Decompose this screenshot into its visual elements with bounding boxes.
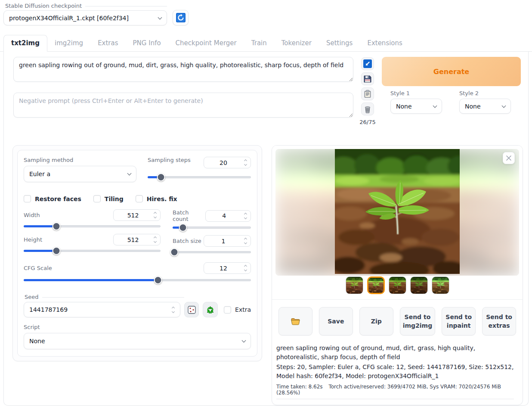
- arrow-down-left-icon: [363, 59, 372, 68]
- sampling-steps-slider[interactable]: [148, 173, 251, 181]
- tab-train[interactable]: Train: [244, 35, 274, 51]
- cfg-scale-slider[interactable]: [24, 276, 251, 284]
- chevron-down-icon: [158, 15, 162, 19]
- style1-dropdown[interactable]: None: [390, 99, 442, 114]
- height-slider[interactable]: [24, 246, 161, 255]
- checkbox-box[interactable]: [24, 195, 31, 202]
- save-style-button[interactable]: [361, 72, 374, 85]
- checkbox-box[interactable]: [93, 195, 101, 202]
- slider-handle[interactable]: [53, 222, 61, 230]
- checkpoint-dropdown[interactable]: protogenX34OfficialR_1.ckpt [60fe2f34]: [3, 10, 167, 25]
- batch-count-label: Batch count: [173, 209, 205, 222]
- send-to-extras-button[interactable]: Send to extras: [482, 307, 516, 335]
- tab-settings[interactable]: Settings: [319, 35, 360, 51]
- tab-checkpoint-merger[interactable]: Checkpoint Merger: [168, 35, 244, 51]
- number-spinner[interactable]: [243, 160, 251, 165]
- batch-count-slider[interactable]: [173, 223, 251, 232]
- style1-value: None: [396, 103, 433, 110]
- number-spinner[interactable]: [170, 307, 178, 313]
- batch-size-slider[interactable]: [173, 248, 251, 256]
- number-spinner[interactable]: [152, 237, 160, 242]
- chevron-down-icon: [502, 103, 506, 108]
- chevron-down-icon: [242, 338, 246, 343]
- clear-prompt-button[interactable]: [361, 102, 374, 115]
- script-dropdown[interactable]: None: [24, 333, 251, 349]
- generation-info: green sapling rowing out of ground, mud,…: [272, 343, 523, 399]
- height-value: 512: [114, 236, 152, 243]
- apply-style-button[interactable]: [361, 87, 374, 100]
- tab-tokenizer[interactable]: Tokenizer: [274, 35, 319, 51]
- sampling-method-dropdown[interactable]: Euler a: [24, 166, 136, 182]
- stable-diffusion-webui: Stable Diffusion checkpoint protogenX34O…: [0, 0, 532, 416]
- thumbnail-5[interactable]: [432, 276, 449, 294]
- thumbnail-4[interactable]: [410, 276, 428, 294]
- token-counter: 26/75: [359, 119, 375, 125]
- slider-handle[interactable]: [154, 276, 162, 284]
- width-number[interactable]: 512: [113, 209, 161, 221]
- sampling-steps-number[interactable]: 20: [204, 157, 251, 168]
- slider-handle[interactable]: [157, 173, 165, 181]
- number-spinner[interactable]: [243, 265, 251, 271]
- tab-png-info[interactable]: PNG Info: [126, 35, 168, 51]
- batch-size-value: 1: [204, 238, 243, 245]
- reuse-seed-button[interactable]: [203, 302, 218, 317]
- open-folder-button[interactable]: [278, 307, 312, 335]
- number-spinner[interactable]: [152, 212, 160, 218]
- time-taken: Time taken: 8.62s: [276, 384, 323, 390]
- slider-handle[interactable]: [179, 224, 187, 232]
- generated-image[interactable]: [335, 149, 460, 274]
- refresh-checkpoints-button[interactable]: [173, 10, 189, 25]
- tab-txt2img[interactable]: txt2img: [3, 35, 47, 52]
- number-spinner[interactable]: [243, 213, 251, 219]
- checkbox-box[interactable]: [136, 195, 143, 202]
- tab-extensions[interactable]: Extensions: [360, 35, 409, 51]
- checkpoint-label-text: Stable Diffusion checkpoint: [5, 3, 82, 9]
- height-label: Height: [24, 236, 42, 243]
- negative-prompt-input[interactable]: [13, 93, 353, 118]
- save-button[interactable]: Save: [319, 307, 353, 335]
- clipboard-icon: [363, 90, 372, 98]
- tab-img2img[interactable]: img2img: [47, 35, 90, 51]
- width-slider[interactable]: [24, 222, 161, 230]
- batch-count-number[interactable]: 4: [205, 210, 251, 222]
- extra-seed-checkbox[interactable]: Extra: [224, 306, 251, 314]
- random-seed-button[interactable]: [184, 302, 199, 317]
- send-to-img2img-button[interactable]: Send to img2img: [400, 307, 436, 335]
- hires-fix-checkbox[interactable]: Hires. fix: [136, 195, 177, 202]
- sampling-steps-value: 20: [204, 159, 243, 166]
- info-time-text: Time taken: 8.62s Torch active/reserved:…: [276, 384, 514, 396]
- batch-count-value: 4: [206, 212, 243, 219]
- style2-dropdown[interactable]: None: [459, 99, 511, 114]
- chevron-down-icon: [127, 171, 132, 176]
- dice-icon: [187, 305, 196, 314]
- thumbnail-2-selected[interactable]: [367, 276, 385, 294]
- hires-fix-label: Hires. fix: [147, 196, 177, 202]
- label-divider: [85, 6, 167, 6]
- checkbox-box[interactable]: [224, 306, 231, 314]
- tiling-checkbox[interactable]: Tiling: [93, 195, 124, 202]
- number-spinner[interactable]: [243, 238, 251, 244]
- close-icon: [505, 154, 513, 162]
- zip-button[interactable]: Zip: [359, 307, 393, 335]
- checkpoint-label: Stable Diffusion checkpoint: [3, 3, 167, 9]
- tab-extras[interactable]: Extras: [90, 35, 125, 51]
- thumbnail-1[interactable]: [346, 276, 363, 294]
- seed-input[interactable]: 1441787169: [24, 302, 180, 317]
- height-number[interactable]: 512: [113, 234, 161, 245]
- thumbnail-3[interactable]: [389, 276, 406, 294]
- slider-handle[interactable]: [170, 248, 178, 256]
- read-generation-params-button[interactable]: [361, 57, 374, 70]
- image-gallery: [272, 146, 523, 300]
- width-value: 512: [114, 212, 152, 219]
- slider-handle[interactable]: [53, 247, 61, 255]
- checkpoint-bar: Stable Diffusion checkpoint protogenX34O…: [0, 0, 532, 25]
- generation-settings-panel: Sampling method Euler a Sampling steps 2…: [12, 145, 262, 361]
- recycle-icon: [206, 305, 215, 314]
- cfg-scale-number[interactable]: 12: [204, 262, 251, 274]
- generate-button[interactable]: Generate: [382, 57, 521, 86]
- send-to-inpaint-button[interactable]: Send to inpaint: [442, 307, 476, 335]
- close-gallery-button[interactable]: [503, 152, 515, 164]
- prompt-input[interactable]: green sapling rowing out of ground, mud,…: [13, 57, 353, 82]
- restore-faces-checkbox[interactable]: Restore faces: [24, 195, 81, 202]
- batch-size-number[interactable]: 1: [204, 235, 251, 247]
